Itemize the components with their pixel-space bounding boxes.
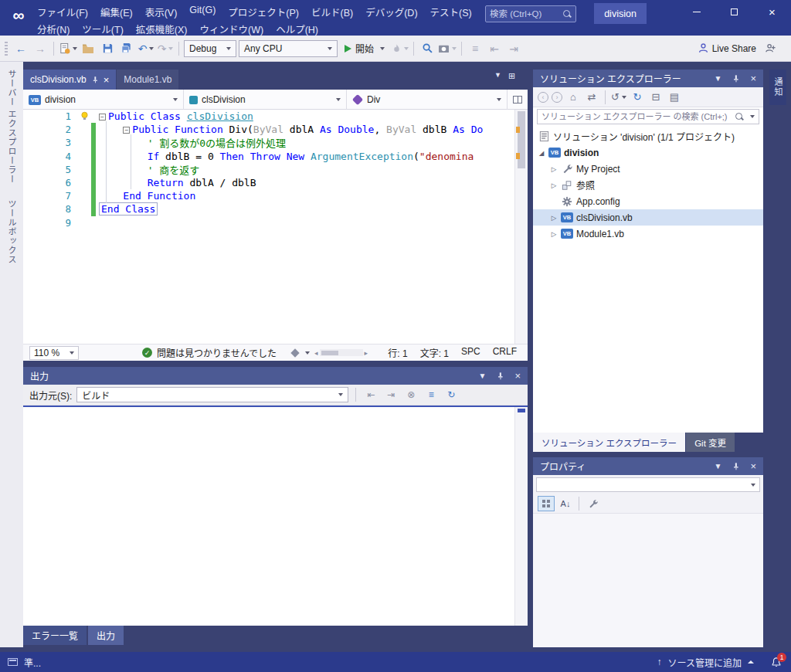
close-icon[interactable]: × xyxy=(750,73,756,83)
lightbulb-icon[interactable] xyxy=(77,111,91,121)
pin-icon[interactable] xyxy=(732,462,740,470)
horizontal-scrollbar[interactable]: ◂ ▸ xyxy=(314,349,368,357)
code-line[interactable]: 6 Return dblA / dblB xyxy=(23,176,528,189)
se-bottom-tab-0[interactable]: ソリューション エクスプローラー xyxy=(533,433,685,452)
se-back-icon[interactable]: ‹ xyxy=(538,92,548,103)
minimize-button[interactable] xyxy=(677,0,715,23)
menu-item-0[interactable]: ファイル(F) xyxy=(31,2,94,19)
editor-tab-1[interactable]: Module1.vb xyxy=(117,70,178,90)
window-position-chevron-icon[interactable]: ▼ xyxy=(715,75,722,83)
chevron-collapsed-icon[interactable]: ▷ xyxy=(548,230,559,238)
categorized-icon[interactable] xyxy=(538,496,555,511)
home-icon[interactable]: ⌂ xyxy=(565,90,581,105)
add-to-source-control-button[interactable]: ソース管理に追加 xyxy=(668,656,742,669)
output-content[interactable] xyxy=(23,406,528,626)
solution-search-box[interactable] xyxy=(537,109,759,124)
window-position-chevron-icon[interactable]: ▼ xyxy=(715,463,722,470)
menu-item-2[interactable]: 表示(V) xyxy=(139,2,184,19)
chevron-expanded-icon[interactable]: ◢ xyxy=(536,149,547,157)
chevron-collapsed-icon[interactable]: ▷ xyxy=(548,182,559,189)
close-tab-icon[interactable]: × xyxy=(104,75,110,85)
outline-collapse-icon[interactable]: − xyxy=(99,114,106,120)
code-line[interactable]: 5 ' 商を返す xyxy=(23,163,528,176)
properties-header[interactable]: プロパティ ▼ × xyxy=(533,457,763,475)
redo-icon[interactable]: ↷ xyxy=(157,39,174,58)
tree-item-2[interactable]: ▷My Project xyxy=(533,161,763,177)
chevron-collapsed-icon[interactable]: ▷ xyxy=(548,165,559,173)
line-indicator[interactable]: 行: 1 xyxy=(388,346,407,359)
collapse-all-icon[interactable]: ⊟ xyxy=(648,90,664,105)
pin-icon[interactable] xyxy=(496,372,504,380)
pin-icon[interactable] xyxy=(91,76,99,83)
properties-object-dropdown[interactable] xyxy=(536,477,760,492)
editor-vertical-scrollbar[interactable] xyxy=(514,110,528,344)
editor-actions-icon[interactable] xyxy=(290,348,299,357)
code-line[interactable]: 1−Public Class clsDivision xyxy=(23,110,528,123)
dropdown-caret-icon[interactable] xyxy=(750,115,755,118)
bottom-tab-0[interactable]: エラー一覧 xyxy=(23,626,87,645)
navigate-forward-icon[interactable]: → xyxy=(32,39,49,58)
solution-platform-dropdown[interactable]: Any CPU xyxy=(239,40,338,57)
solution-configuration-dropdown[interactable]: Debug xyxy=(184,40,236,57)
tree-item-5[interactable]: ▷VBclsDivision.vb xyxy=(533,209,763,226)
outline-collapse-icon[interactable]: − xyxy=(123,127,130,134)
code-line[interactable]: 8End Class xyxy=(23,202,528,216)
refresh-icon[interactable]: ↻ xyxy=(630,90,645,105)
maximize-button[interactable] xyxy=(715,0,753,23)
clear-all-icon[interactable]: ⊗ xyxy=(403,387,419,402)
tree-item-0[interactable]: ソリューション 'division' (1/1 プロジェクト) xyxy=(533,128,763,144)
menu-item2-1[interactable]: ツール(T) xyxy=(76,19,129,36)
tree-item-1[interactable]: ◢VBdivision xyxy=(533,144,763,161)
code-line[interactable]: 4 If dblB = 0 Then Throw New ArgumentExc… xyxy=(23,150,528,163)
property-pages-icon[interactable] xyxy=(584,496,601,511)
notifications-tab[interactable]: 通知 xyxy=(769,70,786,105)
save-all-icon[interactable] xyxy=(118,39,135,58)
autoscroll-icon[interactable]: ↻ xyxy=(443,387,459,402)
live-share-button[interactable]: Live Share xyxy=(694,42,759,54)
member-dropdown[interactable]: Div xyxy=(347,90,508,110)
menu-item-6[interactable]: デバッグ(D) xyxy=(359,2,423,19)
window-position-chevron-icon[interactable]: ▼ xyxy=(479,372,487,380)
scrollbar-thumb[interactable] xyxy=(518,111,525,168)
menu-item2-0[interactable]: 分析(N) xyxy=(31,19,76,36)
pin-icon[interactable] xyxy=(732,74,740,83)
pending-changes-filter-icon[interactable]: ↺ xyxy=(611,90,626,105)
navigate-items-icon[interactable]: ⇤ xyxy=(486,39,503,58)
output-source-dropdown[interactable]: ビルド xyxy=(76,387,348,402)
hot-reload-icon[interactable] xyxy=(392,39,409,58)
column-indicator[interactable]: 文字: 1 xyxy=(420,346,449,359)
next-message-icon[interactable]: ⇥ xyxy=(383,387,399,402)
scrollbar-track[interactable] xyxy=(320,349,363,356)
output-scrollbar[interactable] xyxy=(514,407,528,626)
feedback-icon[interactable] xyxy=(762,39,779,58)
close-button[interactable]: × xyxy=(753,0,791,23)
open-file-icon[interactable] xyxy=(80,39,97,58)
quick-search-box[interactable] xyxy=(485,5,576,22)
menu-item2-4[interactable]: ヘルプ(H) xyxy=(270,19,324,36)
type-dropdown[interactable]: clsDivision xyxy=(184,90,347,110)
line-ending-indicator[interactable]: CRLF xyxy=(493,346,517,359)
chevron-collapsed-icon[interactable]: ▷ xyxy=(548,214,559,222)
code-line[interactable]: 7 End Function xyxy=(23,189,528,202)
side-tab-1[interactable]: ツールボックス xyxy=(5,199,18,264)
scrollbar-thumb[interactable] xyxy=(321,351,338,355)
save-icon[interactable] xyxy=(99,39,116,58)
dropdown-caret-icon[interactable] xyxy=(305,351,310,355)
start-debugging-button[interactable]: 開始 xyxy=(340,39,389,58)
close-icon[interactable]: × xyxy=(514,371,521,381)
tree-item-6[interactable]: ▷VBModule1.vb xyxy=(533,226,763,242)
scroll-left-icon[interactable]: ◂ xyxy=(314,349,318,357)
tab-options-icon[interactable]: ⊞ xyxy=(508,71,515,81)
quick-search-input[interactable] xyxy=(490,9,562,19)
solution-name-chip[interactable]: division xyxy=(594,3,647,24)
space-indicator[interactable]: SPC xyxy=(461,346,480,359)
alphabetical-icon[interactable]: A↓ xyxy=(557,496,574,511)
zoom-dropdown[interactable]: 110 % xyxy=(29,346,79,360)
show-output-icon[interactable]: ≡ xyxy=(467,39,484,58)
menu-item-1[interactable]: 編集(E) xyxy=(94,2,139,19)
toolbar-grip[interactable] xyxy=(5,42,8,56)
menu-item-4[interactable]: プロジェクト(P) xyxy=(222,2,305,19)
side-tab-0[interactable]: サーバー エクスプローラー xyxy=(5,70,18,184)
undo-icon[interactable]: ↶ xyxy=(137,39,154,58)
menu-item2-2[interactable]: 拡張機能(X) xyxy=(130,19,194,36)
